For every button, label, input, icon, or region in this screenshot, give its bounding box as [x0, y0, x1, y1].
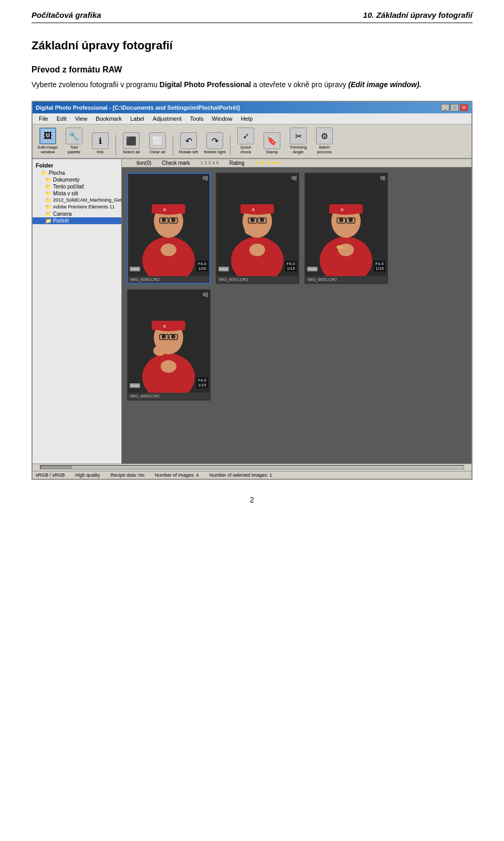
toolbar-rotate-left[interactable]: ↶ Rotate left	[176, 131, 201, 156]
toolbar-clear-all[interactable]: ⬜ Clear all	[145, 131, 170, 156]
menu-bar: File Edit View Bookmark Label Adjustment…	[33, 113, 471, 124]
window-controls: _ □ ✕	[441, 104, 468, 111]
scrollbar-thumb[interactable]	[40, 466, 72, 469]
toolbar-quick-check[interactable]: ✓ Quickcheck	[234, 127, 258, 156]
toolbar-rotate-right[interactable]: ↷ Rotate right	[203, 131, 227, 156]
menu-label[interactable]: Label	[126, 114, 149, 123]
menu-adjustment[interactable]: Adjustment	[149, 114, 186, 123]
menu-edit[interactable]: Edit	[52, 114, 71, 123]
section-title: Základní úpravy fotografií	[32, 39, 472, 52]
sidebar-label-camera: Camera	[53, 211, 72, 217]
folder-icon: 📁	[41, 170, 47, 176]
folder-icon: 📁	[45, 211, 51, 217]
sidebar-item-solidcam[interactable]: 📁 2012_SolidCAM_Machining_Getting_Start	[33, 197, 121, 204]
status-recipe: Recipe data: No	[111, 472, 145, 478]
body-text: Vyberte zvolenou fotografii v programu D…	[32, 79, 472, 90]
quick-check-label: Quickcheck	[240, 145, 251, 155]
svg-point-32	[339, 218, 343, 222]
trimming-angle-icon: ✂	[290, 128, 307, 144]
sidebar-label-mista-v-siti: Místa v síti	[53, 191, 78, 196]
stamp-icon: 🔖	[264, 132, 280, 149]
folder-icon: 📁	[45, 197, 51, 203]
toolbar-stamp[interactable]: 🔖 Stamp	[260, 131, 284, 156]
svg-point-24	[245, 226, 257, 235]
toolbar-separator-3	[230, 135, 230, 156]
batch-process-label: Batchprocess	[317, 145, 332, 155]
toolbar-info[interactable]: ℹ Info	[88, 131, 112, 156]
sidebar-item-plocha[interactable]: 📁 Plocha	[33, 170, 121, 176]
folder-icon: 📁	[45, 218, 51, 224]
sidebar-item-camera[interactable]: 📁 Camera	[33, 211, 121, 217]
toolbar-trimming-angle[interactable]: ✂ TrimmingAngle	[286, 127, 310, 156]
svg-text:B: B	[341, 207, 343, 212]
sidebar-label-plocha: Plocha	[49, 170, 65, 176]
svg-text:B: B	[163, 324, 166, 329]
folder-icon: 📁	[45, 191, 51, 196]
toolbar-select-all[interactable]: ⬛ Select all	[119, 131, 143, 156]
photo-info-1: IMG_6050.CR2	[128, 276, 209, 283]
minimize-button[interactable]: _	[441, 104, 449, 111]
main-area: Folder 📁 Plocha 📁 Dokumenty 📁 Tento počí…	[33, 159, 471, 464]
svg-rect-30	[329, 204, 363, 214]
menu-view[interactable]: View	[71, 114, 92, 123]
clear-all-icon: ⬜	[149, 132, 166, 149]
sidebar-item-portret[interactable]: 📁 Portrét	[33, 217, 121, 224]
raw-badge-1: RAW	[130, 267, 140, 271]
sidebar-item-dokumenty[interactable]: 📁 Dokumenty	[33, 176, 121, 183]
photo-topbar: tion(0) Check mark 1 2 3 4 5 Rating ★ ★ …	[122, 159, 471, 167]
menu-file[interactable]: File	[35, 114, 52, 123]
thumb-count-2: 0||	[291, 175, 297, 181]
photo-thumb-3[interactable]: B 0|| RAW F4.01/15	[304, 173, 388, 284]
thumb-count-4: 0||	[203, 292, 208, 297]
window-titlebar: Digital Photo Professional - [C:\Documen…	[33, 102, 471, 113]
photo-thumb-4[interactable]: B 0|| RAW F4.01/15	[127, 289, 211, 401]
status-bar: sRGB / sRGB High quality Recipe data: No…	[33, 471, 471, 479]
scrollbar-track[interactable]	[40, 465, 464, 469]
edit-image-icon: 🖼	[39, 128, 56, 144]
folder-icon: 📁	[45, 184, 51, 190]
topbar-selection: tion(0)	[136, 160, 151, 166]
screenshot-window: Digital Photo Professional - [C:\Documen…	[32, 101, 472, 480]
svg-point-51	[161, 360, 176, 373]
close-button[interactable]: ✕	[460, 104, 468, 111]
horizontal-scrollbar[interactable]	[33, 464, 471, 471]
svg-point-25	[249, 244, 265, 256]
sidebar-item-adobe[interactable]: 📁 Adobe Premiere Elements 11	[33, 204, 121, 211]
topbar-rating: Rating	[229, 160, 245, 166]
header-right: 10. Základní úpravy fotografií	[363, 10, 472, 19]
menu-window[interactable]: Window	[208, 114, 237, 123]
toolbar-tool-palette[interactable]: 🔧 Toolpalette	[62, 127, 86, 156]
maximize-button[interactable]: □	[450, 104, 459, 111]
rotate-left-label: Rotate left	[179, 150, 198, 155]
menu-help[interactable]: Help	[237, 114, 257, 123]
corner-info-1: F4.01/20	[196, 261, 208, 271]
svg-point-50	[153, 345, 166, 356]
svg-point-46	[171, 334, 175, 339]
edit-image-label: Edit imagewindow	[38, 145, 58, 155]
menu-bookmark[interactable]: Bookmark	[91, 114, 126, 123]
sidebar-item-tento-pocitac[interactable]: 📁 Tento počítač	[33, 183, 121, 190]
svg-point-19	[250, 218, 255, 222]
topbar-numbers: 1 2 3 4 5	[201, 160, 219, 165]
svg-rect-5	[152, 204, 185, 214]
sidebar-label-portret: Portrét	[53, 218, 69, 224]
photo-area[interactable]: tion(0) Check mark 1 2 3 4 5 Rating ★ ★ …	[122, 159, 471, 464]
svg-point-33	[349, 218, 353, 222]
page-number: 2	[250, 496, 254, 504]
toolbar-edit-image[interactable]: 🖼 Edit imagewindow	[36, 127, 60, 156]
photo-info-3: IMG_6052.CR2	[306, 276, 387, 283]
toolbar-batch-process[interactable]: ⚙ Batchprocess	[312, 127, 337, 156]
photo-grid: B 0|| RAW	[122, 167, 471, 406]
sidebar-item-mista-v-siti[interactable]: 📁 Místa v síti	[33, 190, 121, 197]
svg-text:B: B	[163, 207, 166, 212]
svg-point-7	[162, 218, 166, 222]
photo-thumb-2[interactable]: B 0|| RAW F4.01/15	[216, 173, 299, 284]
body-text-before: Vyberte zvolenou fotografii v programu	[32, 80, 160, 89]
svg-point-38	[337, 245, 343, 249]
photo-filename-4: IMG_6053.CR2	[130, 394, 160, 398]
status-colorspace: sRGB / sRGB	[36, 472, 65, 478]
photo-thumb-1[interactable]: B 0|| RAW	[127, 173, 211, 284]
photo-filename-3: IMG_6052.CR2	[308, 277, 337, 282]
menu-tools[interactable]: Tools	[186, 114, 208, 123]
tool-palette-icon: 🔧	[66, 128, 82, 144]
